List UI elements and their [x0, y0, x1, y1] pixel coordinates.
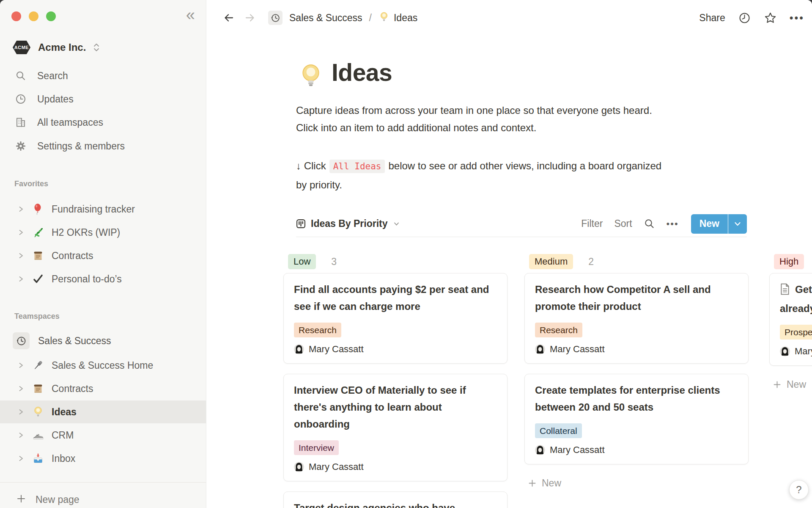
sidebar-item-inbox[interactable]: Inbox	[0, 447, 206, 470]
view-more-options-icon[interactable]: •••	[667, 218, 679, 229]
workspace-switcher[interactable]: ACME Acme Inc.	[13, 39, 101, 56]
window-controls	[11, 11, 56, 21]
avatar	[780, 346, 790, 356]
idea-card[interactable]: Research how Competitor A sell and promo…	[524, 273, 749, 364]
idea-card[interactable]: Find all accounts paying $2 per seat and…	[283, 273, 508, 364]
breadcrumb-teamspace-icon[interactable]	[268, 11, 283, 25]
column-header-high[interactable]: High 1	[769, 254, 812, 269]
chevron-right-icon[interactable]	[18, 276, 25, 282]
search-icon[interactable]	[644, 218, 655, 229]
sidebar-item-contracts-favorite[interactable]: Contracts	[0, 244, 206, 267]
breadcrumb-teamspace[interactable]: Sales & Success	[289, 12, 362, 24]
breadcrumb-separator: /	[369, 12, 372, 24]
chevron-right-icon[interactable]	[18, 362, 25, 369]
card-person: Mary Cassatt	[535, 344, 738, 355]
description-line: Click into an item to add additional not…	[296, 119, 652, 136]
card-person: Mary Cassatt	[535, 444, 738, 456]
column-count: 2	[588, 256, 594, 268]
new-page-button[interactable]: New page	[0, 488, 206, 508]
workspace-name: Acme Inc.	[38, 41, 86, 53]
avatar	[294, 344, 304, 354]
clock-icon[interactable]	[738, 11, 751, 25]
idea-card[interactable]: Target design agencies who have	[283, 491, 508, 508]
idea-card[interactable]: Create templates for enterprise clients …	[524, 374, 749, 464]
sidebar-item-all-teamspaces[interactable]: All teamspaces	[0, 111, 206, 134]
herb-icon	[32, 226, 44, 238]
main-content: Sales & Success / Ideas Share ••• Ideas …	[206, 0, 812, 508]
view-tab-ideas-by-priority[interactable]: Ideas By Priority	[296, 218, 400, 229]
tag-collateral: Collateral	[535, 423, 582, 438]
chevron-right-icon[interactable]	[18, 409, 25, 415]
sidebar-item-search[interactable]: Search	[0, 64, 206, 87]
sidebar-item-crm[interactable]: CRM	[0, 424, 206, 447]
card-person: Mary C	[780, 346, 812, 357]
priority-pill-medium[interactable]: Medium	[529, 254, 573, 269]
scroll-icon	[32, 383, 44, 395]
close-window-button[interactable]	[11, 11, 21, 21]
idea-card[interactable]: Interview CEO of Materially to see if th…	[283, 374, 508, 481]
share-button[interactable]: Share	[699, 12, 725, 24]
callout-prefix: ↓ Click	[296, 160, 326, 171]
zoom-window-button[interactable]	[46, 11, 56, 21]
person-name: Mary Cassatt	[550, 344, 605, 355]
page-document-icon	[780, 283, 790, 300]
chevron-right-icon[interactable]	[18, 229, 25, 236]
chevron-right-icon[interactable]	[18, 455, 25, 462]
back-icon[interactable]	[222, 11, 235, 24]
tag-prospect: Prospect	[780, 325, 812, 340]
search-icon	[14, 70, 27, 82]
page-title[interactable]: Ideas	[332, 58, 392, 86]
callout-suffix: by priority.	[296, 179, 342, 190]
card-title: Target design agencies who have	[294, 500, 497, 508]
filter-button[interactable]: Filter	[581, 218, 603, 229]
board-column-medium: Medium 2 Research how Competitor A sell …	[524, 254, 749, 491]
forward-icon[interactable]	[244, 11, 256, 24]
add-card-button[interactable]: New	[524, 475, 749, 491]
chevron-right-icon[interactable]	[18, 206, 25, 213]
card-person: Mary Cassatt	[294, 461, 497, 472]
sidebar: « ACME Acme Inc. Search Updates All team…	[0, 0, 206, 508]
column-header-low[interactable]: Low 3	[283, 254, 508, 269]
priority-pill-high[interactable]: High	[774, 254, 804, 269]
sidebar-item-ideas[interactable]: Ideas	[0, 400, 206, 423]
sidebar-item-fundraising-tracker[interactable]: Fundraising tracker	[0, 198, 206, 221]
page-description[interactable]: Capture ideas from across your team in o…	[296, 102, 652, 136]
sidebar-item-settings[interactable]: Settings & members	[0, 135, 206, 157]
new-button-caret[interactable]	[728, 214, 747, 234]
chevron-right-icon[interactable]	[18, 432, 25, 439]
board-column-high: High 1 Get all already ha Prospect Mary …	[769, 254, 812, 393]
plus-icon	[528, 479, 537, 488]
sidebar-teamspace-sales-success[interactable]: Sales & Success	[0, 329, 206, 352]
teamspaces-section-label: Teamspaces	[14, 312, 60, 321]
page-callout[interactable]: ↓ ClickAll Ideasbelow to see or add othe…	[296, 157, 661, 194]
new-record-button[interactable]: New	[691, 214, 747, 234]
star-icon[interactable]	[764, 11, 777, 25]
chevron-right-icon[interactable]	[18, 252, 25, 259]
sidebar-item-updates[interactable]: Updates	[0, 88, 206, 110]
minimize-window-button[interactable]	[29, 11, 38, 21]
column-count: 3	[331, 256, 337, 268]
sidebar-divider	[0, 482, 206, 483]
collapse-sidebar-icon[interactable]: «	[186, 7, 195, 23]
chevron-right-icon[interactable]	[18, 385, 25, 392]
workspace-logo: ACME	[13, 41, 30, 54]
description-line: Capture ideas from across your team in o…	[296, 102, 652, 119]
sidebar-item-personal-todos[interactable]: Personal to-do’s	[0, 268, 206, 290]
clock-restore-icon	[270, 13, 281, 23]
avatar	[294, 462, 304, 472]
idea-card[interactable]: Get all already ha Prospect Mary C	[769, 273, 812, 366]
sidebar-item-h2-okrs[interactable]: H2 OKRs (WIP)	[0, 221, 206, 244]
more-options-icon[interactable]: •••	[790, 12, 804, 24]
sort-button[interactable]: Sort	[614, 218, 632, 229]
notion-window: « ACME Acme Inc. Search Updates All team…	[0, 0, 812, 508]
card-title: Create templates for enterprise clients …	[535, 382, 738, 416]
add-card-button[interactable]: New	[769, 376, 812, 393]
column-header-medium[interactable]: Medium 2	[524, 254, 749, 269]
help-button[interactable]: ?	[789, 480, 809, 500]
priority-pill-low[interactable]: Low	[288, 254, 316, 269]
breadcrumb-page[interactable]: Ideas	[394, 12, 417, 24]
sidebar-item-contracts[interactable]: Contracts	[0, 377, 206, 400]
page-emoji-light-bulb[interactable]	[297, 63, 324, 91]
sidebar-item-sales-success-home[interactable]: Sales & Success Home	[0, 354, 206, 377]
topbar: Sales & Success / Ideas Share •••	[206, 0, 812, 36]
